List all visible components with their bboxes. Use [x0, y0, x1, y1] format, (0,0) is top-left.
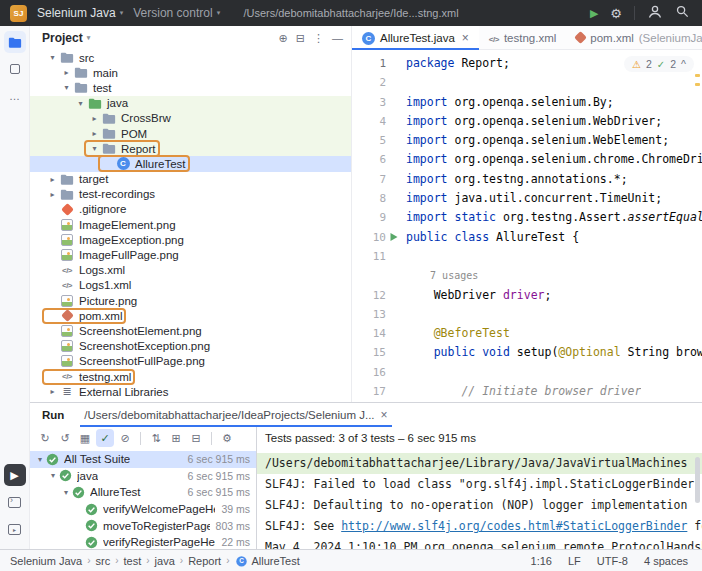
test-item-movetoregisterpage[interactable]: moveToRegisterPage803 ms	[30, 517, 256, 534]
project-panel-title[interactable]: Project ▾	[42, 31, 90, 45]
chevron-right-icon[interactable]: ▸	[88, 114, 101, 123]
chevron-right-icon[interactable]: ▸	[46, 387, 59, 396]
tree-item-imageexception-png[interactable]: ImageException.png	[30, 232, 351, 247]
tree-item-picture-png[interactable]: Picture.png	[30, 293, 351, 308]
close-icon[interactable]: ×	[462, 31, 469, 45]
chevron-right-icon[interactable]: ▸	[46, 175, 59, 184]
console-scrollbar[interactable]	[695, 457, 700, 503]
project-selector[interactable]: Selenium Java ▾	[37, 6, 123, 20]
tree-item-external-libraries[interactable]: ▸≣External Libraries	[30, 384, 351, 399]
tree-item-imageelement-png[interactable]: ImageElement.png	[30, 217, 351, 232]
breadcrumb-java[interactable]: java	[155, 555, 175, 567]
code-line-13: 13	[352, 305, 702, 324]
hide-panel-icon[interactable]: —	[332, 32, 343, 45]
statusbar-widget-utf-8[interactable]: UTF-8	[597, 555, 628, 567]
run-config-tab[interactable]: /Users/debomitabhattacharjee/IdeaProject…	[80, 403, 391, 427]
close-icon[interactable]: ×	[381, 408, 388, 422]
breadcrumb-src[interactable]: src	[96, 555, 111, 567]
tree-item-pom-xml[interactable]: pom.xml	[30, 308, 351, 323]
inspection-widget[interactable]: ⚠ 2 ✓ 2 ^	[624, 56, 694, 72]
tree-item-main[interactable]: ▸main	[30, 65, 351, 80]
test-name: verifyWelcomePageHeading	[103, 503, 215, 515]
more-tools-icon[interactable]: …	[4, 85, 26, 107]
vcs-widget[interactable]: Version control ▾	[133, 6, 220, 20]
collapse-all-icon[interactable]: ⊟	[296, 32, 305, 45]
titlebar: SJ Selenium Java ▾ Version control ▾ /Us…	[0, 0, 702, 26]
chevron-down-icon: ▾	[87, 34, 91, 42]
locate-file-icon[interactable]: ⊕	[279, 32, 288, 45]
tree-item-imagefullpage-png[interactable]: ImageFullPage.png	[30, 247, 351, 262]
sort-icon[interactable]: ⇅	[147, 429, 165, 447]
tree-item-crossbrw[interactable]: ▸CrossBrw	[30, 111, 351, 126]
settings-icon[interactable]: ⚙	[218, 429, 236, 447]
tree-item-test-recordings[interactable]: ▸test-recordings	[30, 187, 351, 202]
breadcrumb-report[interactable]: Report	[188, 555, 221, 567]
tree-item-logs-xml[interactable]: </>Logs.xml	[30, 263, 351, 278]
image-icon	[59, 340, 75, 352]
test-item-java[interactable]: ▾java6 sec 915 ms	[30, 468, 256, 485]
collapse-all-icon[interactable]: ⊟	[187, 429, 205, 447]
chevron-down-icon[interactable]: ▾	[60, 488, 72, 497]
show-passed-icon[interactable]: ✓	[96, 429, 114, 447]
settings-gear-icon[interactable]: ⚙	[610, 6, 622, 21]
chevron-down-icon[interactable]: ▾	[74, 99, 87, 108]
breadcrumb-selenium-java[interactable]: Selenium Java	[10, 555, 82, 567]
chevron-down-icon[interactable]: ▾	[88, 144, 101, 153]
test-item-all-test-suite[interactable]: ▾All Test Suite6 sec 915 ms	[30, 451, 256, 468]
run-button[interactable]: ▶	[590, 7, 598, 20]
image-icon	[59, 234, 75, 246]
test-history-icon[interactable]: ▦	[76, 429, 94, 447]
project-icon[interactable]	[4, 31, 26, 53]
tree-item-screenshotfullpage-png[interactable]: ScreenshotFullPage.png	[30, 354, 351, 369]
chevron-right-icon[interactable]: ▸	[46, 190, 59, 199]
editor-tab-pom-xml[interactable]: pom.xml (SeleniumJava)	[566, 26, 702, 49]
run-panel-title[interactable]: Run	[42, 409, 64, 421]
chevron-down-icon[interactable]: ▾	[46, 53, 59, 62]
run-icon[interactable]: ▶	[4, 464, 26, 486]
tree-item-alluretest[interactable]: CAllureTest	[30, 156, 351, 171]
tree-item-gitignore[interactable]: .gitignore	[30, 202, 351, 217]
folder-icon	[101, 127, 117, 140]
account-icon[interactable]	[647, 4, 663, 23]
run-gutter-icon[interactable]	[386, 228, 402, 247]
expand-all-icon[interactable]: ⊞	[167, 429, 185, 447]
statusbar-widget-1-16[interactable]: 1:16	[531, 555, 552, 567]
chevron-down-icon[interactable]: ▾	[34, 455, 46, 464]
tree-item-screenshotexception-png[interactable]: ScreenshotException.png	[30, 339, 351, 354]
tree-item-testng-xml[interactable]: </>testng.xml	[30, 369, 351, 384]
terminal-icon[interactable]	[4, 491, 26, 513]
tree-item-src[interactable]: ▾src	[30, 50, 351, 65]
code-area[interactable]: 1package Report;23import org.openqa.sele…	[352, 50, 702, 401]
options-icon[interactable]: ⋮	[313, 32, 324, 45]
test-item-verifyregisterpageheading[interactable]: verifyRegisterPageHeading22 ms	[30, 534, 256, 549]
tree-item-logs1-xml[interactable]: </>Logs1.xml	[30, 278, 351, 293]
chevron-up-icon[interactable]: ^	[681, 58, 686, 70]
chevron-down-icon[interactable]: ▾	[60, 83, 73, 92]
tree-item-report[interactable]: ▾Report	[30, 141, 351, 156]
rerun-icon[interactable]: ↻	[36, 429, 54, 447]
rerun-failed-icon[interactable]: ↺	[56, 429, 74, 447]
tree-item-target[interactable]: ▸target	[30, 172, 351, 187]
chevron-right-icon[interactable]: ▸	[88, 129, 101, 138]
breadcrumb-test[interactable]: test	[124, 555, 142, 567]
test-item-verifywelcomepageheading[interactable]: verifyWelcomePageHeading39 ms	[30, 501, 256, 518]
console[interactable]: Tests passed: 3 of 3 tests – 6 sec 915 m…	[256, 427, 702, 549]
tree-item-test[interactable]: ▾test	[30, 80, 351, 95]
console-link[interactable]: http://www.slf4j.org/codes.html#StaticLo…	[341, 519, 687, 533]
show-ignored-icon[interactable]: ⊘	[116, 429, 134, 447]
tree-item-java[interactable]: ▾java	[30, 96, 351, 111]
commit-icon[interactable]	[4, 58, 26, 80]
services-icon[interactable]: ▸	[4, 518, 26, 540]
tree-item-pom[interactable]: ▸POM	[30, 126, 351, 141]
chevron-right-icon[interactable]: ▸	[60, 68, 73, 77]
tree-item-screenshotelement-png[interactable]: ScreenshotElement.png	[30, 323, 351, 338]
scrollbar-mark	[695, 83, 700, 86]
breadcrumb-alluretest[interactable]: CAllureTest	[235, 554, 300, 568]
test-item-alluretest[interactable]: ▾AllureTest6 sec 915 ms	[30, 484, 256, 501]
editor-tab-alluretest-java[interactable]: CAllureTest.java×	[352, 26, 479, 49]
statusbar-widget-lf[interactable]: LF	[568, 555, 581, 567]
statusbar-widget-4-spaces[interactable]: 4 spaces	[644, 555, 688, 567]
chevron-down-icon[interactable]: ▾	[47, 471, 59, 480]
editor-tab-testng-xml[interactable]: </>testng.xml	[479, 26, 567, 49]
search-icon[interactable]	[675, 4, 690, 22]
